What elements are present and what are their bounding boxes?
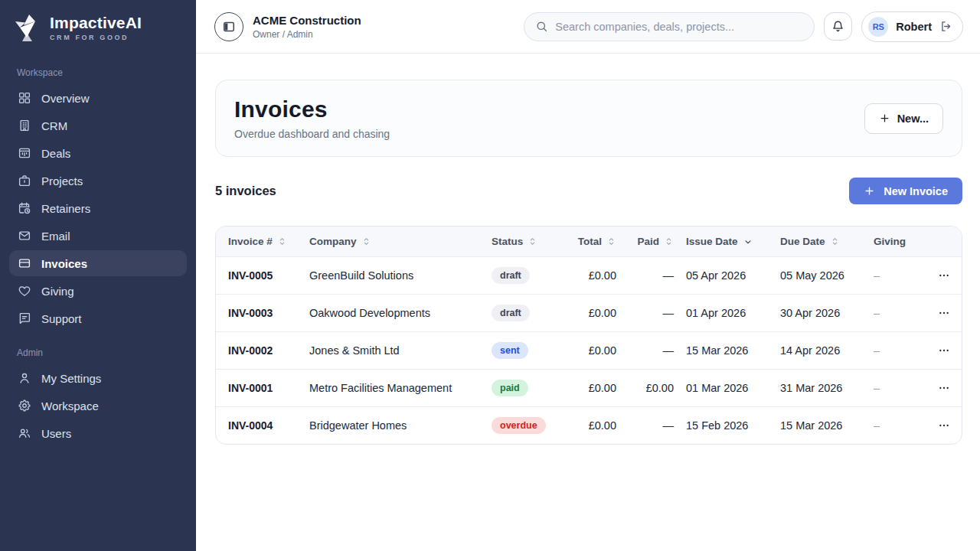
users-icon	[18, 426, 31, 440]
invoice-total: £0.00	[565, 382, 622, 394]
heart-icon	[18, 284, 31, 298]
new-dropdown-button[interactable]: New...	[864, 103, 943, 134]
ellipsis-icon	[938, 344, 950, 357]
bell-icon	[831, 19, 845, 34]
org-role: Owner / Admin	[253, 29, 361, 40]
calendar-clock-icon	[18, 201, 31, 215]
col-header-due-date[interactable]: Due Date	[774, 236, 867, 247]
invoice-total: £0.00	[565, 269, 622, 282]
company-name: GreenBuild Solutions	[303, 269, 485, 282]
invoice-row[interactable]: INV-0003 Oakwood Developments draft £0.0…	[216, 294, 962, 331]
issue-date: 15 Mar 2026	[680, 344, 774, 357]
sidebar-item-label: Deals	[41, 147, 70, 160]
search-icon	[535, 20, 548, 33]
sidebar-item-invoices[interactable]: Invoices	[9, 250, 187, 276]
invoice-total: £0.00	[565, 344, 622, 357]
sidebar-item-workspace[interactable]: Workspace	[9, 393, 187, 419]
issue-date: 05 Apr 2026	[680, 269, 774, 282]
sidebar-item-retainers[interactable]: Retainers	[9, 195, 187, 221]
sidebar-item-projects[interactable]: Projects	[9, 168, 187, 194]
due-date: 15 Mar 2026	[774, 419, 867, 432]
user-menu[interactable]: RS Robert	[861, 11, 963, 42]
row-actions-button[interactable]	[931, 339, 957, 362]
due-date: 30 Apr 2026	[774, 307, 867, 319]
search-input[interactable]	[555, 21, 803, 33]
company-name: Metro Facilities Management	[303, 382, 485, 394]
invoice-paid: —	[622, 269, 680, 282]
dove-logo-icon	[12, 12, 43, 43]
list-toolbar: 5 invoices New Invoice	[215, 178, 962, 204]
kanban-icon	[18, 146, 31, 160]
sidebar-item-giving[interactable]: Giving	[9, 278, 187, 304]
invoice-row[interactable]: INV-0002 Jones & Smith Ltd sent £0.00 — …	[216, 331, 962, 369]
col-label: Company	[309, 236, 357, 247]
status-badge: draft	[492, 305, 530, 321]
col-header-status[interactable]: Status	[485, 236, 565, 247]
status-badge: overdue	[492, 417, 546, 434]
sidebar-item-users[interactable]: Users	[9, 420, 187, 446]
sidebar-section-workspace: Workspace	[17, 67, 179, 78]
notifications-button[interactable]	[824, 12, 852, 41]
invoice-number: INV-0003	[216, 307, 303, 319]
ellipsis-icon	[938, 419, 950, 432]
ellipsis-icon	[938, 269, 950, 282]
sidebar-panel-icon[interactable]	[214, 12, 243, 41]
status-badge: draft	[492, 267, 530, 284]
col-label: Paid	[637, 236, 659, 247]
gear-icon	[18, 399, 31, 412]
ellipsis-icon	[938, 382, 950, 394]
invoice-row[interactable]: INV-0004 Bridgewater Homes overdue £0.00…	[216, 406, 962, 444]
row-actions-button[interactable]	[931, 302, 957, 324]
new-invoice-button[interactable]: New Invoice	[849, 178, 962, 204]
sidebar-item-overview[interactable]: Overview	[9, 85, 187, 111]
invoice-row[interactable]: INV-0005 GreenBuild Solutions draft £0.0…	[216, 256, 962, 294]
avatar: RS	[868, 17, 888, 37]
sidebar-item-label: CRM	[41, 119, 67, 132]
col-header-paid[interactable]: Paid	[622, 236, 680, 247]
status-badge: paid	[492, 380, 528, 396]
logout-icon	[939, 20, 952, 33]
sidebar-item-deals[interactable]: Deals	[9, 140, 187, 166]
user-name: Robert	[896, 21, 932, 33]
invoice-paid: —	[622, 307, 680, 319]
sidebar-item-label: Overview	[41, 92, 90, 105]
sort-icon	[830, 236, 840, 246]
credit-card-icon	[18, 256, 31, 270]
row-actions-button[interactable]	[931, 264, 957, 287]
sort-icon	[361, 236, 371, 246]
sidebar-item-label: Support	[41, 312, 82, 325]
sidebar-item-my-settings[interactable]: My Settings	[9, 365, 187, 391]
invoice-paid: £0.00	[622, 382, 680, 394]
brand-name: ImpactiveAI	[50, 14, 142, 32]
invoice-number: INV-0002	[216, 344, 303, 357]
sidebar-item-crm[interactable]: CRM	[9, 112, 187, 139]
row-actions-button[interactable]	[931, 414, 957, 437]
brand-logo: ImpactiveAI CRM FOR GOOD	[9, 11, 187, 49]
sort-icon	[664, 236, 674, 246]
col-header-issue-date[interactable]: Issue Date	[680, 236, 774, 247]
ellipsis-icon	[938, 307, 950, 319]
invoice-paid: —	[622, 419, 680, 432]
col-header-company[interactable]: Company	[303, 236, 485, 247]
invoices-table: Invoice # Company Status Total	[215, 226, 962, 445]
issue-date: 01 Mar 2026	[680, 382, 774, 394]
brand-tagline: CRM FOR GOOD	[50, 34, 142, 41]
invoice-total: £0.00	[565, 307, 622, 319]
chat-icon	[18, 311, 31, 325]
table-header-row: Invoice # Company Status Total	[216, 227, 962, 256]
invoice-paid: —	[622, 344, 680, 357]
invoice-row[interactable]: INV-0001 Metro Facilities Management pai…	[216, 369, 962, 406]
org-block: ACME Construction Owner / Admin	[214, 12, 361, 41]
col-header-invoice-number[interactable]: Invoice #	[216, 236, 303, 247]
due-date: 05 May 2026	[774, 269, 867, 282]
sidebar-item-email[interactable]: Email	[9, 223, 187, 249]
plus-icon	[879, 112, 890, 124]
row-actions-button[interactable]	[931, 377, 957, 399]
sidebar-item-label: Giving	[41, 285, 74, 298]
sidebar-item-support[interactable]: Support	[9, 305, 187, 331]
page-title: Invoices	[234, 96, 390, 122]
new-invoice-label: New Invoice	[884, 185, 948, 197]
user-icon	[18, 371, 31, 385]
briefcase-icon	[18, 174, 31, 187]
col-header-total[interactable]: Total	[565, 236, 622, 247]
